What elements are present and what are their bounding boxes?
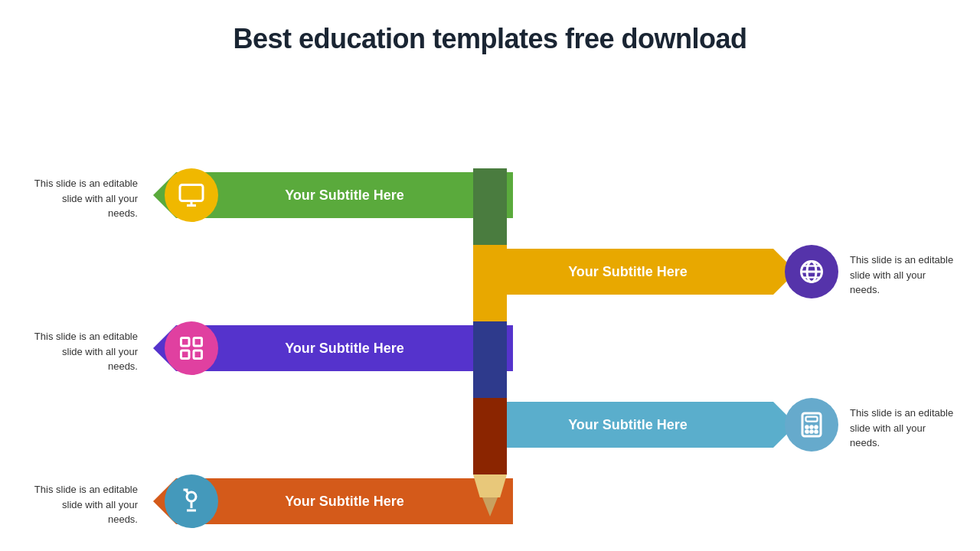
- svg-rect-0: [180, 185, 203, 201]
- circle-icon-2: [785, 245, 838, 298]
- pencil-shaft: [473, 168, 507, 513]
- arrow-2-label: Your Subtitle Here: [568, 264, 688, 280]
- svg-point-23: [811, 431, 813, 433]
- circle-icon-1: [165, 168, 218, 222]
- microscope-icon: [178, 487, 205, 515]
- arrow-4: Your Subtitle Here: [482, 402, 773, 448]
- svg-point-24: [815, 431, 818, 433]
- arrow-3-label: Your Subtitle Here: [285, 341, 404, 357]
- svg-point-7: [187, 492, 196, 501]
- arrow-1-label: Your Subtitle Here: [285, 187, 404, 204]
- monitor-icon: [178, 181, 205, 209]
- svg-rect-6: [194, 350, 202, 359]
- svg-rect-3: [181, 338, 190, 347]
- svg-point-21: [815, 426, 818, 429]
- circle-icon-4: [785, 398, 838, 452]
- side-text-3: This slide is an editable slide with all…: [31, 329, 138, 374]
- circle-icon-3: [165, 321, 218, 375]
- side-text-1: This slide is an editable slide with all…: [31, 176, 138, 221]
- arrow-2: Your Subtitle Here: [482, 249, 773, 295]
- page-title: Best education templates free download: [0, 0, 980, 55]
- svg-rect-18: [806, 417, 818, 422]
- svg-rect-5: [181, 350, 190, 359]
- arrow-1: Your Subtitle Here: [176, 172, 513, 218]
- side-text-4: This slide is an editable slide with all…: [850, 406, 957, 451]
- svg-rect-4: [194, 338, 202, 347]
- arrow-3: Your Subtitle Here: [176, 325, 513, 371]
- arrow-4-label: Your Subtitle Here: [568, 417, 688, 433]
- svg-point-19: [806, 426, 808, 429]
- side-text-5: This slide is an editable slide with all…: [31, 482, 138, 527]
- calculator-icon: [798, 411, 825, 439]
- svg-point-22: [806, 431, 808, 433]
- arrow-5-label: Your Subtitle Here: [285, 494, 404, 510]
- arrow-5: Your Subtitle Here: [176, 478, 513, 524]
- circle-icon-5: [165, 474, 218, 528]
- grid-icon: [178, 334, 205, 362]
- globe-icon: [798, 258, 825, 285]
- side-text-2: This slide is an editable slide with all…: [850, 253, 957, 298]
- svg-point-20: [811, 426, 813, 429]
- diagram-container: Your Subtitle Here Your Subtitle Here Yo…: [0, 92, 980, 551]
